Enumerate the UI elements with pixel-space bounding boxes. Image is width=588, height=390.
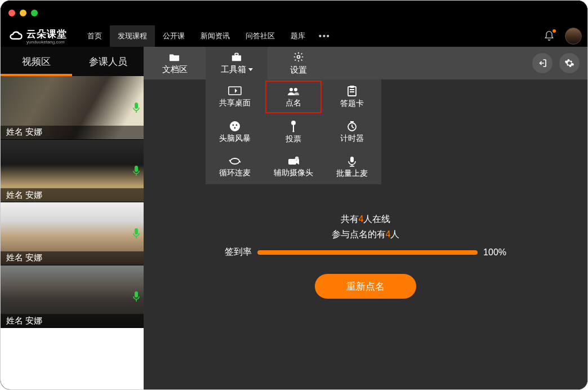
window-controls xyxy=(8,10,38,16)
main-toolbar: 文档区 工具箱 设置 xyxy=(144,47,587,79)
toolbox-item-label: 计时器 xyxy=(340,134,364,144)
svg-rect-14 xyxy=(348,87,356,96)
doc-area-button[interactable]: 文档区 xyxy=(144,47,206,79)
video-list: 姓名 安娜姓名 安娜姓名 安娜姓名 安娜 xyxy=(1,76,144,390)
answer-card-icon xyxy=(346,86,358,97)
svg-line-27 xyxy=(352,127,354,128)
logo[interactable]: 云朵课堂 yunduoketang.com xyxy=(8,28,67,45)
settings-button[interactable]: 设置 xyxy=(268,47,329,79)
participant-name: 姓名 安娜 xyxy=(1,251,144,265)
close-window[interactable] xyxy=(8,10,15,16)
toolbox-aux-camera[interactable]: 辅助摄像头 xyxy=(264,149,323,184)
rollcall-stats: 共有4人在线 参与点名的有4人 签到率 100% 重新点名 xyxy=(225,214,506,299)
timer-icon xyxy=(346,121,358,132)
nav-item-4[interactable]: 问答社区 xyxy=(238,25,283,47)
sidebar-tab-1[interactable]: 参课人员 xyxy=(72,47,144,76)
roll-call-icon xyxy=(287,86,300,96)
nav-items: 首页发现课程公开课新闻资讯问答社区题库 xyxy=(79,25,313,47)
toolbox-label: 工具箱 xyxy=(221,64,253,75)
video-tile[interactable]: 姓名 安娜 xyxy=(1,265,144,328)
participant-name: 姓名 安娜 xyxy=(1,314,144,327)
nav-item-5[interactable]: 题库 xyxy=(283,25,313,47)
svg-point-20 xyxy=(236,124,238,126)
mic-icon[interactable] xyxy=(132,291,140,302)
video-tile[interactable]: 姓名 安娜 xyxy=(1,139,144,202)
toolbox-roll-call[interactable]: 点名 xyxy=(264,79,323,114)
svg-rect-29 xyxy=(288,159,296,165)
svg-point-10 xyxy=(297,55,300,58)
sidebar: 视频区参课人员 姓名 安娜姓名 安娜姓名 安娜姓名 安娜 xyxy=(1,47,144,390)
restart-rollcall-button[interactable]: 重新点名 xyxy=(315,274,416,299)
participant-name: 姓名 安娜 xyxy=(1,126,144,139)
participant-name: 姓名 安娜 xyxy=(1,188,144,202)
mic-icon[interactable] xyxy=(132,165,140,176)
settings-label: 设置 xyxy=(290,65,307,76)
svg-point-12 xyxy=(289,88,293,91)
rate-label: 签到率 xyxy=(225,246,252,258)
video-tile[interactable]: 姓名 安娜 xyxy=(1,202,144,265)
svg-rect-0 xyxy=(135,103,138,109)
batch-mic-icon xyxy=(347,156,357,167)
nav-item-1[interactable]: 发现课程 xyxy=(110,25,155,47)
bell-icon[interactable] xyxy=(544,30,555,42)
mic-icon[interactable] xyxy=(132,228,140,239)
svg-rect-8 xyxy=(232,55,241,61)
progress-bar xyxy=(257,250,478,255)
sidebar-tab-0[interactable]: 视频区 xyxy=(1,47,72,76)
cloud-logo-icon xyxy=(8,30,23,42)
toolbox-batch-mic[interactable]: 批量上麦 xyxy=(323,149,381,184)
toolbox-vote[interactable]: 投票 xyxy=(264,114,323,149)
toolbox-item-label: 批量上麦 xyxy=(336,169,368,179)
nav-more[interactable]: ••• xyxy=(313,32,336,41)
svg-point-18 xyxy=(230,121,240,131)
toolbox-item-label: 答题卡 xyxy=(340,99,364,109)
toolbox-dropdown: 共享桌面点名答题卡头脑风暴投票计时器循环连麦辅助摄像头批量上麦 xyxy=(206,79,381,184)
mic-icon[interactable] xyxy=(132,102,140,113)
logo-text: 云朵课堂 xyxy=(26,28,67,41)
toolbox-cycle-mic[interactable]: 循环连麦 xyxy=(206,149,264,184)
toolbox-item-label: 共享桌面 xyxy=(219,98,251,108)
toolbox-share-screen[interactable]: 共享桌面 xyxy=(206,79,264,114)
toolbox-brainstorm[interactable]: 头脑风暴 xyxy=(206,114,264,149)
toolbox-item-label: 头脑风暴 xyxy=(219,134,251,144)
doc-area-label: 文档区 xyxy=(162,64,188,75)
gear-button[interactable] xyxy=(559,53,580,73)
svg-rect-9 xyxy=(235,53,238,55)
main-area: 文档区 工具箱 设置 xyxy=(144,47,587,390)
avatar[interactable] xyxy=(565,28,582,45)
svg-rect-6 xyxy=(135,291,138,298)
toolbox-item-label: 循环连麦 xyxy=(219,168,251,178)
svg-rect-4 xyxy=(135,228,138,234)
top-nav: 云朵课堂 yunduoketang.com 首页发现课程公开课新闻资讯问答社区题… xyxy=(1,25,587,47)
video-tile[interactable]: 姓名 安娜 xyxy=(1,76,144,139)
svg-point-22 xyxy=(291,121,296,125)
nav-item-0[interactable]: 首页 xyxy=(79,25,110,47)
share-screen-icon xyxy=(228,86,242,96)
sidebar-tabs: 视频区参课人员 xyxy=(1,47,144,76)
svg-rect-17 xyxy=(350,86,354,87)
maximize-window[interactable] xyxy=(31,10,38,16)
toolbox-item-label: 投票 xyxy=(286,134,301,144)
svg-rect-2 xyxy=(135,166,138,172)
progress-row: 签到率 100% xyxy=(225,246,506,258)
svg-point-21 xyxy=(234,127,236,128)
toolbox-timer[interactable]: 计时器 xyxy=(323,114,381,149)
toolbox-item-label: 点名 xyxy=(286,98,301,108)
video-tile[interactable] xyxy=(1,327,144,390)
titlebar xyxy=(1,1,587,25)
minimize-window[interactable] xyxy=(20,10,26,16)
toolbox-answer-card[interactable]: 答题卡 xyxy=(323,79,381,114)
svg-point-13 xyxy=(294,88,297,91)
brainstorm-icon xyxy=(229,121,240,132)
svg-point-19 xyxy=(233,124,234,126)
online-line: 共有4人在线 xyxy=(225,214,506,225)
nav-item-2[interactable]: 公开课 xyxy=(155,25,193,47)
top-right xyxy=(544,28,582,45)
cycle-mic-icon xyxy=(229,156,241,166)
nav-item-3[interactable]: 新闻资讯 xyxy=(193,25,238,47)
toolbox-button[interactable]: 工具箱 xyxy=(206,47,268,79)
participated-line: 参与点名的有4人 xyxy=(225,229,506,241)
body: 视频区参课人员 姓名 安娜姓名 安娜姓名 安娜姓名 安娜 文档区 工具箱 设置 xyxy=(1,47,587,390)
exit-button[interactable] xyxy=(532,53,553,73)
svg-point-24 xyxy=(292,130,294,132)
